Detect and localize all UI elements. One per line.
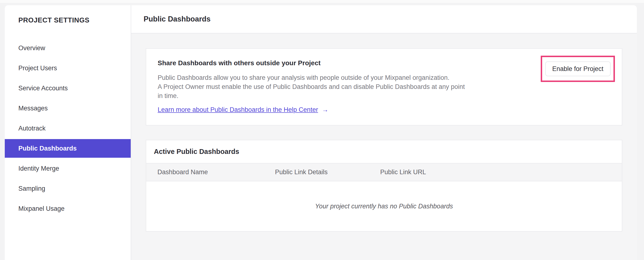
page-header: Public Dashboards bbox=[131, 5, 637, 34]
sidebar-item-autotrack[interactable]: Autotrack bbox=[5, 118, 131, 138]
sidebar-item-messages[interactable]: Messages bbox=[5, 98, 131, 118]
sidebar-item-identity-merge[interactable]: Identity Merge bbox=[5, 159, 131, 179]
description-line: A Project Owner must enable the use of P… bbox=[158, 82, 610, 91]
help-center-link-row: Learn more about Public Dashboards in th… bbox=[158, 106, 610, 113]
app-panel: PROJECT SETTINGS Overview Project Users … bbox=[5, 5, 637, 260]
share-dashboards-card: Share Dashboards with others outside you… bbox=[146, 48, 622, 125]
empty-state-message: Your project currently has no Public Das… bbox=[315, 203, 453, 210]
sidebar-item-sampling[interactable]: Sampling bbox=[5, 179, 131, 199]
dashboards-table-body: Your project currently has no Public Das… bbox=[146, 181, 622, 231]
enable-for-project-button[interactable]: Enable for Project bbox=[545, 61, 610, 76]
sidebar-item-label: Sampling bbox=[18, 185, 45, 192]
sidebar-item-service-accounts[interactable]: Service Accounts bbox=[5, 78, 131, 98]
sidebar-item-mixpanel-usage[interactable]: Mixpanel Usage bbox=[5, 199, 131, 219]
column-public-link-url: Public Link URL bbox=[380, 169, 622, 176]
dashboards-table-header: Dashboard Name Public Link Details Publi… bbox=[146, 163, 622, 181]
help-center-link[interactable]: Learn more about Public Dashboards in th… bbox=[158, 106, 318, 113]
sidebar-item-label: Messages bbox=[18, 105, 48, 112]
active-dashboards-heading: Active Public Dashboards bbox=[154, 148, 239, 156]
main-area: Public Dashboards Share Dashboards with … bbox=[131, 5, 637, 260]
page-title: Public Dashboards bbox=[144, 15, 210, 23]
sidebar-item-public-dashboards[interactable]: Public Dashboards bbox=[5, 139, 131, 158]
sidebar-item-label: Overview bbox=[18, 44, 45, 52]
sidebar-item-project-users[interactable]: Project Users bbox=[5, 58, 131, 78]
active-dashboards-card-header: Active Public Dashboards bbox=[146, 140, 622, 163]
column-public-link-details: Public Link Details bbox=[275, 169, 380, 176]
arrow-right-icon: → bbox=[322, 106, 328, 113]
sidebar-item-label: Service Accounts bbox=[18, 85, 68, 92]
sidebar-item-label: Autotrack bbox=[18, 125, 46, 132]
project-settings-sidebar: PROJECT SETTINGS Overview Project Users … bbox=[5, 5, 131, 260]
sidebar-item-label: Identity Merge bbox=[18, 165, 59, 172]
description-line: in time. bbox=[158, 91, 610, 100]
sidebar-item-label: Mixpanel Usage bbox=[18, 205, 65, 212]
annotation-highlight-box: Enable for Project bbox=[541, 56, 615, 82]
column-dashboard-name: Dashboard Name bbox=[146, 169, 275, 176]
active-dashboards-card: Active Public Dashboards Dashboard Name … bbox=[146, 140, 622, 231]
sidebar-title: PROJECT SETTINGS bbox=[5, 16, 131, 24]
sidebar-item-overview[interactable]: Overview bbox=[5, 38, 131, 58]
page-top-strip bbox=[0, 0, 644, 3]
sidebar-item-label: Public Dashboards bbox=[18, 145, 77, 152]
sidebar-item-label: Project Users bbox=[18, 65, 57, 72]
main-content: Share Dashboards with others outside you… bbox=[131, 34, 637, 231]
